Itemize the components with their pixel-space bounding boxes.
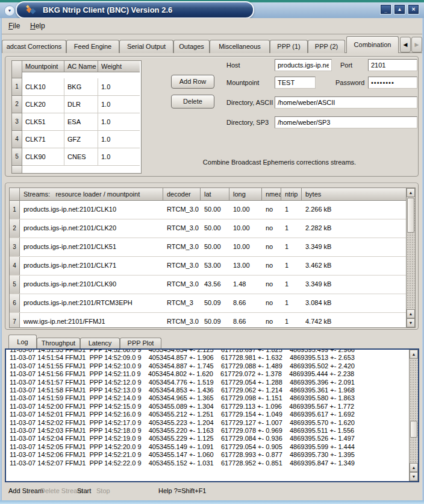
cell-decoder[interactable]: RTCM_3.0 — [163, 313, 201, 328]
cell-lat[interactable]: 50.00 — [201, 238, 229, 256]
cell-ntrip[interactable]: 1 — [281, 219, 302, 238]
cell-weight[interactable]: 1.0 — [98, 148, 140, 166]
cell-decoder[interactable]: RTCM_3.0 — [163, 238, 201, 256]
minimize-button[interactable]: _ — [381, 5, 391, 14]
tab-broadcast-corrections[interactable]: adcast Corrections — [2, 40, 66, 53]
cell-nmea[interactable]: no — [262, 238, 281, 256]
scrollbar-thumb[interactable] — [407, 198, 414, 233]
cell-bytes[interactable]: 3.462 kB — [302, 257, 406, 275]
tab-outages[interactable]: Outages — [173, 40, 210, 53]
stream-row[interactable]: 2 products.igs-ip.net:2101/CLK20 RTCM_3.… — [10, 219, 415, 238]
cell-ntrip[interactable]: 1 — [281, 276, 302, 294]
cell-nmea[interactable]: no — [262, 276, 281, 294]
tab-serial-output[interactable]: Serial Output — [119, 40, 173, 53]
stream-row[interactable]: 1 products.igs-ip.net:2101/CLK10 RTCM_3.… — [10, 201, 415, 219]
cell-mountpoint[interactable]: CLK71 — [22, 131, 64, 148]
add-row-button[interactable]: Add Row — [171, 75, 214, 89]
cell-bytes[interactable]: 3.349 kB — [302, 238, 406, 256]
cell-decoder[interactable]: RTCM_3.0 — [163, 219, 201, 238]
tab-feed-engine[interactable]: Feed Engine — [66, 40, 119, 53]
cell-decoder[interactable]: RTCM_3.0 — [163, 276, 201, 294]
log-scrollbar[interactable]: ▲ ▲ ▼ — [409, 350, 418, 481]
tab-ppp-2[interactable]: PPP (2) — [308, 40, 345, 53]
cell-lat[interactable]: 50.09 — [201, 294, 229, 312]
add-stream-button[interactable]: Add Stream — [8, 487, 43, 494]
cell-ac-name[interactable]: CNES — [64, 148, 98, 166]
stream-row[interactable]: 3 products.igs-ip.net:2101/CLK51 RTCM_3.… — [10, 238, 415, 257]
cell-decoder[interactable]: RTCM_3.0 — [163, 201, 201, 219]
cell-ntrip[interactable]: 1 — [281, 313, 302, 328]
cell-weight[interactable]: 1.0 — [98, 131, 140, 148]
cell-long[interactable]: 10.00 — [229, 238, 262, 256]
cell-stream[interactable]: products.igs-ip.net:2101/CLK10 — [20, 201, 163, 219]
cell-nmea[interactable]: no — [262, 219, 281, 238]
delete-row-button[interactable]: Delete — [171, 95, 214, 109]
cell-long[interactable]: 13.00 — [229, 257, 262, 275]
cell-long[interactable]: 1.48 — [229, 276, 262, 294]
stream-row[interactable]: 7 www.igs-ip.net:2101/FFMJ1 RTCM_3.0 50.… — [10, 313, 415, 328]
maximize-button[interactable]: ▲ — [394, 5, 405, 14]
window-menu-button[interactable]: ▼ — [4, 5, 15, 16]
cell-long[interactable]: 10.00 — [229, 201, 262, 219]
scrollbar-thumb[interactable] — [410, 421, 417, 438]
directory-ascii-input[interactable] — [275, 96, 417, 109]
cell-bytes[interactable]: 4.742 kB — [302, 313, 406, 328]
streams-scrollbar[interactable]: ▲ ▲ ▼ — [406, 188, 415, 327]
cell-nmea[interactable]: no — [262, 313, 281, 328]
tab-latency[interactable]: Latency — [80, 338, 120, 348]
scroll-up-button[interactable]: ▲ — [407, 309, 415, 318]
tab-combination[interactable]: Combination — [346, 36, 399, 53]
cell-ntrip[interactable]: 1 — [281, 201, 302, 219]
cell-bytes[interactable]: 2.282 kB — [302, 219, 406, 238]
table-row[interactable]: 2 CLK20 DLR 1.0 — [12, 96, 141, 113]
cell-nmea[interactable]: no — [262, 294, 281, 312]
tab-throughput[interactable]: Throughput — [37, 338, 80, 348]
close-button[interactable]: ✕ — [408, 5, 419, 14]
cell-stream[interactable]: www.igs-ip.net:2101/FFMJ1 — [20, 313, 163, 328]
tab-log[interactable]: Log — [8, 335, 37, 348]
cell-lat[interactable]: 50.00 — [201, 201, 229, 219]
tab-ppp-plot[interactable]: PPP Plot — [120, 338, 161, 348]
cell-long[interactable]: 8.66 — [229, 313, 262, 328]
scroll-up-button[interactable]: ▲ — [407, 188, 415, 197]
scroll-up-button[interactable]: ▲ — [410, 463, 418, 472]
cell-long[interactable]: 10.00 — [229, 219, 262, 238]
cell-stream[interactable]: products.igs-ip.net:2101/CLK20 — [20, 219, 163, 238]
cell-nmea[interactable]: no — [262, 257, 281, 275]
cell-weight[interactable]: 1.0 — [98, 96, 140, 113]
start-button[interactable]: Start — [77, 487, 91, 494]
cell-lat[interactable]: 50.00 — [201, 219, 229, 238]
cell-lat[interactable]: 43.56 — [201, 276, 229, 294]
cell-stream[interactable]: products.igs-ip.net:2101/CLK51 — [20, 238, 163, 256]
tab-miscellaneous[interactable]: Miscellaneous — [210, 40, 270, 53]
cell-long[interactable]: 8.66 — [229, 294, 262, 312]
cell-ac-name[interactable]: GFZ — [64, 131, 98, 148]
cell-mountpoint[interactable]: CLK51 — [22, 113, 64, 131]
cell-lat[interactable]: 50.09 — [201, 313, 229, 328]
cell-nmea[interactable]: no — [262, 201, 281, 219]
cell-stream[interactable]: products.igs-ip.net:2101/RTCM3EPH — [20, 294, 163, 312]
cell-lat[interactable]: 53.00 — [201, 257, 229, 275]
cell-mountpoint[interactable]: CLK90 — [22, 148, 64, 166]
cell-mountpoint[interactable]: CLK20 — [22, 96, 64, 113]
mountpoint-input[interactable] — [275, 77, 316, 89]
cell-mountpoint[interactable]: CLK10 — [22, 78, 64, 96]
cell-ac-name[interactable]: ESA — [64, 113, 98, 131]
table-row[interactable]: 3 CLK51 ESA 1.0 — [12, 113, 141, 131]
cell-bytes[interactable]: 3.349 kB — [302, 276, 406, 294]
cell-weight[interactable]: 1.0 — [98, 113, 140, 131]
table-row[interactable]: 4 CLK71 GFZ 1.0 — [12, 131, 141, 148]
tab-scroll-left-button[interactable]: ◀ — [400, 37, 411, 52]
scroll-down-button[interactable]: ▼ — [407, 318, 415, 327]
scroll-down-button[interactable]: ▼ — [410, 472, 418, 481]
cell-decoder[interactable]: RTCM_3.0 — [163, 257, 201, 275]
menu-help[interactable]: Help — [30, 22, 45, 30]
cell-ac-name[interactable]: BKG — [64, 78, 98, 96]
table-row[interactable]: 5 CLK90 CNES 1.0 — [12, 148, 141, 166]
cell-bytes[interactable]: 3.084 kB — [302, 294, 406, 312]
port-input[interactable] — [368, 59, 417, 71]
cell-ntrip[interactable]: 1 — [281, 294, 302, 312]
scroll-up-button[interactable]: ▲ — [410, 350, 418, 359]
cell-stream[interactable]: products.igs-ip.net:2101/CLK71 — [20, 257, 163, 275]
cell-weight[interactable]: 1.0 — [98, 78, 140, 96]
